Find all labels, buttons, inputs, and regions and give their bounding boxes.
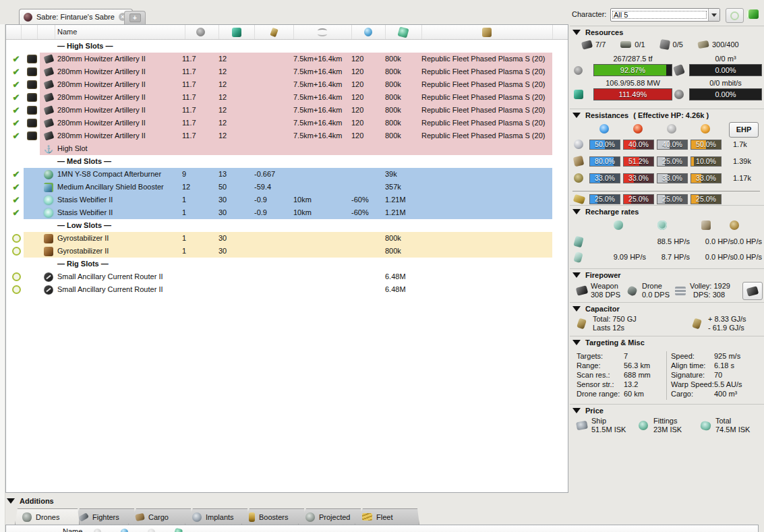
plus-icon: + [129, 13, 141, 22]
price-label: Ship [591, 417, 606, 425]
stats-panel: Character: All 5 Resources 7/70/10/5300/… [570, 0, 764, 532]
character-dropdown[interactable]: All 5 [610, 8, 720, 22]
additions-tab-cargo[interactable]: Cargo [128, 508, 193, 525]
module-state-toggle[interactable] [9, 65, 24, 78]
collapse-icon[interactable] [572, 272, 581, 278]
additions-tab-fighters[interactable]: Fighters [71, 508, 136, 525]
module-state-toggle[interactable] [9, 245, 24, 258]
turret-icon [43, 80, 54, 89]
capacitor-value [254, 270, 293, 283]
collapse-icon[interactable] [572, 408, 581, 413]
fitting-row[interactable]: High Slot [6, 142, 568, 155]
capacitor-total: Total: 750 GJ [593, 315, 637, 323]
fitting-row[interactable]: 280mm Howitzer Artillery II11.7127.5km+1… [6, 91, 568, 104]
misc-value: 120 [351, 53, 385, 65]
module-state-toggle[interactable] [9, 283, 24, 296]
damage-pattern-icon [573, 194, 586, 204]
additions-tab-label: Boosters [259, 513, 288, 521]
slot-section-header: — Low Slots — [6, 219, 568, 232]
module-icon [40, 142, 57, 155]
powergrid-value: 12 [218, 129, 254, 142]
charge-name [421, 142, 552, 155]
dronebay-usage-label: 0/0 m³ [689, 55, 762, 63]
fitting-row[interactable]: Stasis Webifier II130-0.910km-60%1.21M [6, 206, 568, 219]
fitting-row[interactable]: 280mm Howitzer Artillery II11.7127.5km+1… [6, 104, 568, 117]
powergrid-bar: 111.49% [593, 88, 672, 100]
module-state-toggle[interactable] [9, 53, 24, 65]
additions-header[interactable]: Additions [7, 497, 54, 505]
module-state-toggle[interactable] [9, 78, 24, 91]
charge-name [421, 168, 552, 181]
resist-bar: 25.0% [657, 156, 688, 167]
total-price-icon [701, 421, 711, 430]
additions-tab-projected[interactable]: Projected [298, 508, 363, 525]
dropdown-arrow[interactable] [708, 9, 719, 21]
fitting-row[interactable]: Small Ancillary Current Router II6.48M [6, 270, 568, 283]
afterburner-icon [44, 170, 53, 179]
resist-bar: 40.0% [623, 140, 654, 150]
graph-button[interactable] [742, 282, 763, 300]
firepower-section: Firepower Weapon 308 DPS Drone 0.0 DPS V… [570, 268, 764, 302]
module-state-toggle[interactable] [9, 206, 24, 219]
module-state-toggle[interactable] [9, 142, 24, 155]
resources-section: Resources 7/70/10/5300/400 267/287.5 tf … [570, 26, 764, 109]
fitting-row[interactable]: 280mm Howitzer Artillery II11.7127.5km+1… [6, 117, 568, 129]
fitting-row[interactable]: 1MN Y-S8 Compact Afterburner913-0.66739k [6, 168, 568, 181]
fitting-row[interactable]: 280mm Howitzer Artillery II11.7127.5km+1… [6, 129, 568, 142]
fitting-panel: Name — High Slots —280mm Howitzer Artill… [5, 24, 568, 493]
drone-label: Drone [642, 282, 662, 290]
fitting-row[interactable]: 280mm Howitzer Artillery II11.7127.5km+1… [6, 65, 568, 78]
resist-bar: 25.0% [657, 194, 688, 204]
module-state-toggle[interactable] [9, 270, 24, 283]
additions-tab-drones[interactable]: Drones [15, 508, 80, 525]
cpu-value: 11.7 [182, 65, 218, 78]
fitting-row[interactable]: Medium Ancillary Shield Booster1250-59.4… [6, 181, 568, 194]
collapse-icon[interactable] [572, 30, 581, 35]
additions-tab-implants[interactable]: Implants [185, 508, 249, 525]
fitting-row[interactable]: 280mm Howitzer Artillery II11.7127.5km+1… [6, 53, 568, 65]
refresh-button[interactable] [726, 8, 744, 23]
module-state-toggle[interactable] [9, 91, 24, 104]
range-value [293, 270, 351, 283]
collapse-icon[interactable] [7, 498, 15, 504]
online-state-icon [12, 272, 21, 281]
collapse-icon[interactable] [572, 340, 581, 345]
cpu-value [182, 283, 218, 296]
price-value: 800k [385, 232, 421, 245]
additions-tab-boosters[interactable]: Boosters [241, 508, 306, 525]
resource-slot-value: 0/1 [635, 40, 645, 49]
additions-tab-fleet[interactable]: Fleet [355, 508, 419, 525]
powergrid-value: 12 [218, 78, 254, 91]
powergrid-value: 12 [218, 65, 254, 78]
ehp-button[interactable]: EHP [729, 122, 759, 138]
module-state-toggle[interactable] [9, 194, 24, 206]
fitting-row[interactable]: Stasis Webifier II130-0.910km-60%1.21M [6, 194, 568, 206]
powergrid-value: 12 [218, 117, 254, 129]
charge-icon [27, 106, 37, 115]
fitting-row[interactable]: Small Ancillary Current Router II6.48M [6, 283, 568, 296]
module-state-toggle[interactable] [9, 168, 24, 181]
damage-pattern-icon [574, 194, 585, 203]
collapse-icon[interactable] [572, 113, 581, 118]
fit-tab[interactable]: Sabre: Fintarue's Sabre × [19, 9, 133, 24]
range-value: 7.5km+16.4km [293, 91, 351, 104]
active-state-icon [11, 131, 21, 141]
module-state-toggle[interactable] [9, 181, 24, 194]
capacitor-value [254, 283, 293, 296]
character-editor-button[interactable] [747, 9, 759, 19]
fitting-row[interactable]: Gyrostabilizer II130800k [6, 245, 568, 258]
new-tab-button[interactable]: + [124, 11, 146, 24]
module-state-toggle[interactable] [9, 117, 24, 129]
module-state-toggle[interactable] [9, 232, 24, 245]
drones-icon [22, 512, 32, 522]
collapse-icon[interactable] [572, 209, 581, 214]
fitting-row[interactable]: Gyrostabilizer II130800k [6, 232, 568, 245]
module-state-toggle[interactable] [9, 104, 24, 117]
charge-name: Republic Fleet Phased Plasma S (20) [421, 65, 552, 78]
active-state-icon [11, 208, 21, 218]
slot-section-title: — High Slots — [57, 40, 113, 53]
fitting-row[interactable]: 280mm Howitzer Artillery II11.7127.5km+1… [6, 78, 568, 91]
module-state-toggle[interactable] [9, 129, 24, 142]
collapse-icon[interactable] [572, 306, 581, 312]
stat-label: Cargo: [671, 390, 693, 398]
